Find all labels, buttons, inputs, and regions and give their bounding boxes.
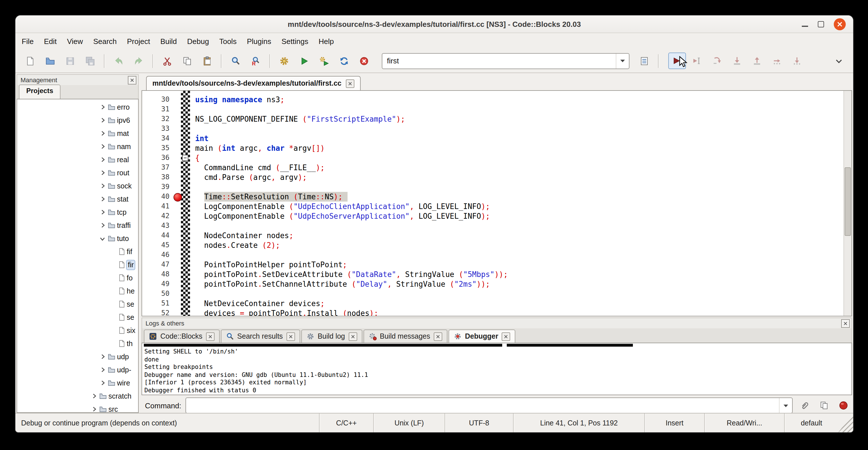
breakpoint-margin[interactable]	[175, 124, 181, 133]
menu-tools[interactable]: Tools	[214, 34, 242, 48]
chevron-right-icon[interactable]	[100, 209, 105, 215]
menu-edit[interactable]: Edit	[39, 34, 62, 48]
panel-splitter[interactable]	[139, 74, 142, 413]
fold-marker[interactable]	[182, 155, 188, 161]
tree-item-tcp[interactable]: tcp	[17, 206, 138, 219]
breakpoint-margin[interactable]	[175, 173, 181, 182]
line-number[interactable]: 52	[142, 308, 175, 317]
undo-button[interactable]	[110, 53, 127, 69]
tree-item-udp[interactable]: udp	[17, 350, 138, 363]
line-number[interactable]: 48	[142, 270, 175, 279]
close-button[interactable]	[834, 18, 846, 30]
breakpoint-margin[interactable]	[175, 133, 181, 143]
menu-plugins[interactable]: Plugins	[242, 34, 276, 48]
breakpoint-marker[interactable]	[174, 193, 182, 202]
search-combo-input[interactable]	[382, 57, 616, 65]
breakpoint-margin[interactable]	[175, 279, 181, 289]
menu-build[interactable]: Build	[155, 34, 182, 48]
chevron-right-icon[interactable]	[100, 117, 105, 123]
tree-item-tuto[interactable]: tuto	[17, 232, 138, 245]
command-dropdown-button[interactable]	[779, 398, 792, 413]
breakpoint-margin[interactable]	[175, 114, 181, 124]
menu-search[interactable]: Search	[88, 34, 122, 48]
tree-item-six[interactable]: six	[17, 324, 138, 337]
tab-close-button[interactable]	[502, 332, 510, 341]
chevron-right-icon[interactable]	[100, 157, 105, 162]
abort-build-button[interactable]	[355, 53, 373, 69]
title-bar[interactable]: mnt/dev/tools/source/ns-3-dev/examples/t…	[16, 16, 853, 33]
breakpoint-margin[interactable]	[175, 143, 181, 153]
next-instruction-button[interactable]	[768, 53, 786, 69]
logs-tab-search-results[interactable]: Search results	[221, 330, 300, 342]
toolbar-overflow-button[interactable]	[830, 53, 847, 69]
line-number[interactable]: 41	[142, 202, 175, 211]
maximize-button[interactable]	[818, 21, 824, 27]
copy-button[interactable]	[178, 53, 196, 69]
menu-file[interactable]: File	[17, 34, 39, 48]
scrollbar-thumb[interactable]	[845, 167, 851, 236]
chevron-right-icon[interactable]	[100, 354, 105, 359]
step-into-button[interactable]	[728, 53, 746, 69]
chevron-down-icon[interactable]	[100, 236, 105, 241]
command-input[interactable]	[186, 401, 779, 410]
chevron-right-icon[interactable]	[100, 367, 105, 372]
line-number[interactable]: 51	[142, 299, 175, 308]
line-number[interactable]: 50	[142, 289, 175, 299]
line-number[interactable]: 47	[142, 260, 175, 270]
tab-close-button[interactable]	[348, 332, 357, 341]
menu-project[interactable]: Project	[122, 34, 155, 48]
tree-item-fif[interactable]: fif	[17, 245, 138, 258]
breakpoint-margin[interactable]	[175, 240, 181, 250]
breakpoint-margin[interactable]	[175, 250, 181, 260]
logs-tab-build-messages[interactable]: Build messages	[363, 330, 447, 342]
step-out-button[interactable]	[748, 53, 766, 69]
tree-item-real[interactable]: real	[17, 153, 138, 166]
chevron-right-icon[interactable]	[100, 196, 105, 202]
editor-vertical-scrollbar[interactable]	[843, 91, 851, 316]
rebuild-button[interactable]	[335, 53, 353, 69]
tree-item-se[interactable]: se	[17, 311, 138, 324]
breakpoint-margin[interactable]	[175, 153, 181, 163]
debugger-log[interactable]: Setting SHELL to '/bin/sh'doneSetting br…	[142, 342, 852, 395]
tab-close-button[interactable]	[434, 332, 442, 341]
new-file-button[interactable]	[21, 53, 39, 69]
breakpoint-margin[interactable]	[175, 308, 181, 317]
line-number[interactable]: 43	[142, 221, 175, 231]
chevron-right-icon[interactable]	[100, 144, 105, 149]
tree-item-he[interactable]: he	[17, 284, 138, 298]
breakpoint-margin[interactable]	[175, 260, 181, 270]
tree-item-rout[interactable]: rout	[17, 166, 138, 179]
line-number[interactable]: 44	[142, 231, 175, 240]
line-number[interactable]: 35	[142, 143, 175, 153]
next-line-button[interactable]	[708, 53, 726, 69]
line-number[interactable]: 31	[142, 104, 175, 114]
tree-item-sock[interactable]: sock	[17, 179, 138, 192]
breakpoint-margin[interactable]	[175, 104, 181, 114]
chevron-right-icon[interactable]	[100, 222, 105, 228]
breakpoint-margin[interactable]	[175, 163, 181, 173]
save-all-button[interactable]	[81, 53, 99, 69]
project-tree[interactable]: erroipv6matnamrealroutsockstattcptraffit…	[17, 99, 139, 413]
menu-debug[interactable]: Debug	[182, 34, 214, 48]
tree-item-mat[interactable]: mat	[17, 127, 138, 140]
line-number[interactable]: 40	[142, 192, 175, 202]
build-and-run-button[interactable]	[315, 53, 333, 69]
open-file-button[interactable]	[41, 53, 59, 69]
line-number[interactable]: 36	[142, 153, 175, 163]
paste-button[interactable]	[198, 53, 216, 69]
breakpoint-margin[interactable]	[175, 299, 181, 308]
breakpoint-margin[interactable]	[175, 270, 181, 279]
tree-item-erro[interactable]: erro	[17, 100, 138, 114]
line-number[interactable]: 37	[142, 163, 175, 173]
debug-continue-button[interactable]	[668, 53, 686, 69]
breakpoint-margin[interactable]	[175, 211, 181, 221]
line-number[interactable]: 38	[142, 173, 175, 182]
step-into-instruction-button[interactable]	[788, 53, 806, 69]
resize-grip[interactable]	[838, 414, 853, 432]
editor-tab-close-button[interactable]	[346, 79, 355, 88]
menu-view[interactable]: View	[62, 34, 88, 48]
chevron-right-icon[interactable]	[100, 130, 105, 136]
management-close-button[interactable]	[128, 76, 136, 84]
editor-tab-first-cc[interactable]: mnt/dev/tools/source/ns-3-dev/examples/t…	[146, 76, 361, 90]
tree-item-wire[interactable]: wire	[17, 376, 138, 389]
